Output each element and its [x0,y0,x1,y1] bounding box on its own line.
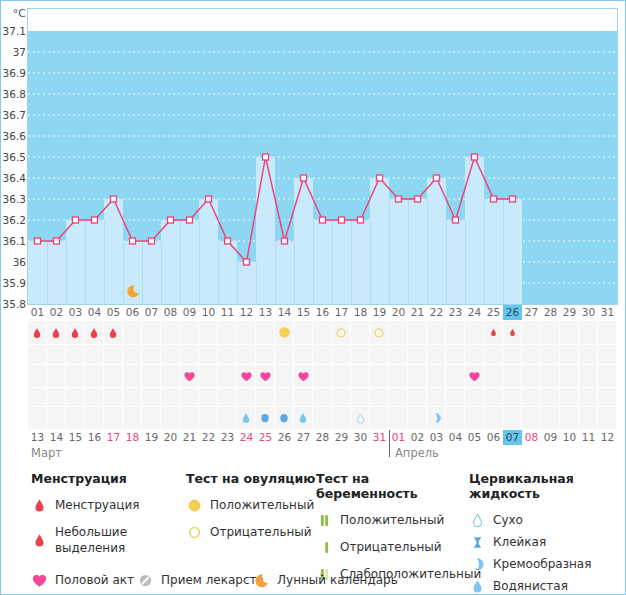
cycle-day-cell[interactable]: 20 [389,305,408,320]
calendar-date-cell[interactable]: 28 [313,430,332,445]
event-cell[interactable] [541,321,559,344]
event-cell[interactable] [142,365,160,387]
event-cell[interactable] [142,345,160,364]
cycle-day-cell[interactable]: 08 [161,305,180,320]
event-cell[interactable] [351,407,369,429]
cycle-day-cell[interactable]: 14 [275,305,294,320]
event-cell[interactable] [408,345,426,364]
cycle-day-cell[interactable]: 30 [579,305,598,320]
cycle-day-cell[interactable]: 12 [237,305,256,320]
calendar-date-cell[interactable]: 01 [389,430,408,445]
event-cell[interactable] [180,407,198,429]
calendar-date-cell[interactable]: 20 [161,430,180,445]
cycle-day-cell[interactable]: 29 [560,305,579,320]
event-cell[interactable] [218,388,236,406]
event-cell[interactable] [332,321,350,344]
calendar-date-cell[interactable]: 02 [408,430,427,445]
event-cell[interactable] [427,407,445,429]
event-cell[interactable] [446,321,464,344]
event-cell[interactable] [256,407,274,429]
event-cell[interactable] [161,407,179,429]
event-cell[interactable] [66,345,84,364]
event-cell[interactable] [446,345,464,364]
cycle-day-cell[interactable]: 02 [47,305,66,320]
event-cell[interactable] [47,388,65,406]
event-cell[interactable] [446,388,464,406]
event-cell[interactable] [237,365,255,387]
event-cell[interactable] [218,321,236,344]
event-cell[interactable] [503,365,521,387]
event-cell[interactable] [484,345,502,364]
event-cell[interactable] [503,388,521,406]
event-cell[interactable] [294,321,312,344]
event-cell[interactable] [579,388,597,406]
event-cell[interactable] [218,407,236,429]
event-cell[interactable] [484,388,502,406]
event-cell[interactable] [484,321,502,344]
cycle-day-cell[interactable]: 16 [313,305,332,320]
cycle-day-cell[interactable]: 03 [66,305,85,320]
event-cell[interactable] [180,388,198,406]
event-cell[interactable] [161,321,179,344]
event-cell[interactable] [560,407,578,429]
cycle-day-cell[interactable]: 31 [598,305,617,320]
cycle-day-cell[interactable]: 11 [218,305,237,320]
event-cell[interactable] [541,345,559,364]
event-cell[interactable] [427,388,445,406]
event-cell[interactable] [522,365,540,387]
calendar-date-cell[interactable]: 22 [199,430,218,445]
calendar-date-cell[interactable]: 09 [541,430,560,445]
calendar-date-cell[interactable]: 15 [66,430,85,445]
cycle-day-cell[interactable]: 09 [180,305,199,320]
event-cell[interactable] [85,388,103,406]
event-cell[interactable] [199,407,217,429]
event-cell[interactable] [427,365,445,387]
event-cell[interactable] [484,407,502,429]
cycle-day-cell[interactable]: 23 [446,305,465,320]
cycle-day-cell[interactable]: 28 [541,305,560,320]
event-cell[interactable] [294,407,312,429]
event-cell[interactable] [313,407,331,429]
event-cell[interactable] [142,388,160,406]
event-cell[interactable] [47,365,65,387]
event-cell[interactable] [560,365,578,387]
event-cell[interactable] [484,365,502,387]
calendar-date-cell[interactable]: 08 [522,430,541,445]
event-cell[interactable] [123,388,141,406]
cycle-day-cell[interactable]: 10 [199,305,218,320]
calendar-date-cell[interactable]: 21 [180,430,199,445]
event-cell[interactable] [123,345,141,364]
calendar-date-cell[interactable]: 31 [370,430,389,445]
event-cell[interactable] [522,321,540,344]
calendar-date-cell[interactable]: 11 [579,430,598,445]
event-cell[interactable] [351,345,369,364]
event-cell[interactable] [104,407,122,429]
event-cell[interactable] [47,345,65,364]
cycle-day-cell[interactable]: 27 [522,305,541,320]
calendar-date-cell[interactable]: 12 [598,430,617,445]
event-cell[interactable] [522,407,540,429]
event-cell[interactable] [560,345,578,364]
event-cell[interactable] [598,321,616,344]
event-cell[interactable] [541,365,559,387]
event-cell[interactable] [351,388,369,406]
event-cell[interactable] [465,345,483,364]
event-cell[interactable] [332,407,350,429]
event-cell[interactable] [541,407,559,429]
event-cell[interactable] [294,388,312,406]
event-cell[interactable] [351,365,369,387]
event-cell[interactable] [275,345,293,364]
event-cell[interactable] [522,388,540,406]
cycle-day-cell[interactable]: 13 [256,305,275,320]
event-cell[interactable] [28,388,46,406]
calendar-date-cell[interactable]: 16 [85,430,104,445]
event-cell[interactable] [541,388,559,406]
event-cell[interactable] [408,407,426,429]
event-cell[interactable] [370,345,388,364]
cycle-day-cell[interactable]: 26 [503,305,522,320]
calendar-date-cell[interactable]: 06 [484,430,503,445]
event-cell[interactable] [123,365,141,387]
event-cell[interactable] [294,365,312,387]
event-cell[interactable] [199,365,217,387]
cycle-day-cell[interactable]: 06 [123,305,142,320]
